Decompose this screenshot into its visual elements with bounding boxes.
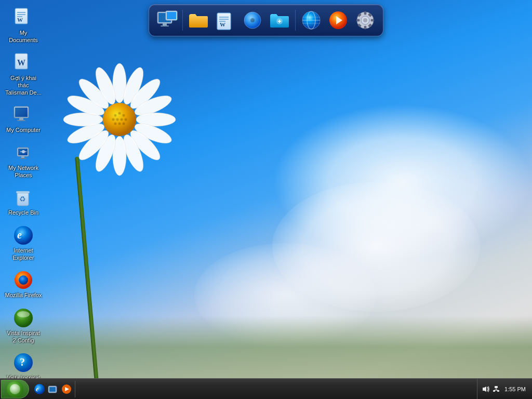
svg-point-25 [118,123,121,125]
svg-text:e: e [17,229,22,241]
ql-explorer-icon[interactable] [47,383,59,395]
svg-rect-56 [356,19,360,21]
svg-rect-78 [20,158,26,159]
firefox-label: Mozilla Firefox [5,291,42,299]
svg-point-21 [116,118,119,121]
taskbar: e [0,378,532,399]
goi-y-label: Gợi ý khai thácTalisman De... [5,74,42,97]
start-orb-inner [10,384,20,394]
svg-rect-72 [15,108,28,117]
dock-separator [182,10,183,31]
my-network-icon [13,142,34,163]
svg-text:♻: ♻ [19,195,26,203]
svg-text:?: ? [20,356,25,368]
desktop-icon-vista-config[interactable]: Vista Inspirat 2 Config [3,305,44,347]
dock-icon-computer[interactable] [154,8,179,33]
svg-point-88 [19,275,28,285]
svg-point-40 [250,18,255,22]
dock-icon-internet[interactable] [299,8,324,33]
svg-rect-57 [371,19,374,21]
dock-icon-media[interactable] [240,8,265,33]
dock-icon-folder1[interactable] [186,8,211,33]
ql-media-icon[interactable] [60,383,73,395]
taskbar-running-apps [75,379,477,399]
ql-ie-icon[interactable]: e [33,383,46,395]
svg-rect-83 [16,191,30,193]
svg-point-90 [17,311,30,317]
svg-point-19 [123,114,125,117]
svg-text:W: W [17,17,23,23]
desktop-icon-my-network[interactable]: My Network Places [3,140,44,181]
recycle-bin-label: Recycle Bin [8,209,38,216]
my-computer-icon [13,104,34,125]
desktop-icon-my-documents[interactable]: W My Documents [3,5,44,46]
my-network-label: My Network Places [5,164,42,179]
network-tray-icon[interactable] [492,385,500,393]
internet-explorer-icon: e [13,225,34,246]
svg-point-20 [112,118,115,121]
dock-icon-media-player[interactable] [326,8,351,33]
svg-point-26 [123,123,125,125]
clock-time: 1:55 PM [502,386,528,392]
system-clock[interactable]: 1:55 PM [502,386,528,392]
desktop-icon-firefox[interactable]: Mozilla Firefox [3,268,44,301]
svg-point-16 [103,103,136,136]
goi-y-icon: W [13,52,34,73]
ground-decoration [0,316,532,378]
vista-help-icon: ? [13,352,34,373]
svg-rect-55 [364,26,366,29]
svg-point-18 [118,112,121,115]
desktop-icon-goi-y[interactable]: W Gợi ý khai thácTalisman De... [3,50,44,99]
volume-tray-icon[interactable] [482,385,490,393]
vista-config-icon [13,308,34,328]
dock-separator [295,10,296,31]
svg-rect-77 [21,156,24,158]
svg-point-17 [114,114,117,117]
svg-rect-30 [161,25,169,26]
svg-text:e: e [36,385,39,393]
my-documents-label: My Documents [5,29,42,44]
svg-point-22 [121,118,123,121]
ie-label: Internet Explorer [5,247,42,262]
svg-rect-54 [364,11,366,15]
dock-icon-folder3[interactable] [267,8,292,33]
desktop-icon-my-computer[interactable]: My Computer [3,102,44,136]
svg-point-24 [114,123,117,125]
my-documents-icon: W [13,7,34,28]
svg-point-79 [22,150,25,153]
daisy-flower [62,62,177,177]
svg-point-63 [363,18,367,22]
top-dock: W [149,4,383,36]
start-button[interactable] [1,380,29,398]
my-computer-label: My Computer [6,126,41,134]
vista-config-label: Vista Inspirat 2 Config [5,329,42,344]
svg-rect-98 [49,387,56,392]
system-tray: 1:55 PM [477,379,532,399]
svg-rect-74 [17,120,25,121]
svg-point-23 [125,118,127,121]
svg-rect-32 [167,12,176,19]
desktop-icons-container: W My Documents W Gợi ý kh [3,5,44,399]
desktop-icon-ie[interactable]: e Internet Explorer [3,223,44,264]
quick-launch-bar: e [31,381,75,397]
svg-rect-73 [19,118,23,120]
desktop: W [0,0,532,399]
svg-rect-101 [495,386,498,388]
svg-rect-29 [163,23,167,25]
recycle-bin-icon: ♻ [13,187,34,208]
dock-icon-settings[interactable] [353,8,378,33]
desktop-icon-recycle-bin[interactable]: ♻ Recycle Bin [3,185,44,218]
firefox-icon [13,270,34,290]
svg-text:W: W [220,21,225,28]
dock-icon-folder2[interactable]: W [213,8,238,33]
svg-text:W: W [17,58,25,67]
start-orb [7,381,23,397]
